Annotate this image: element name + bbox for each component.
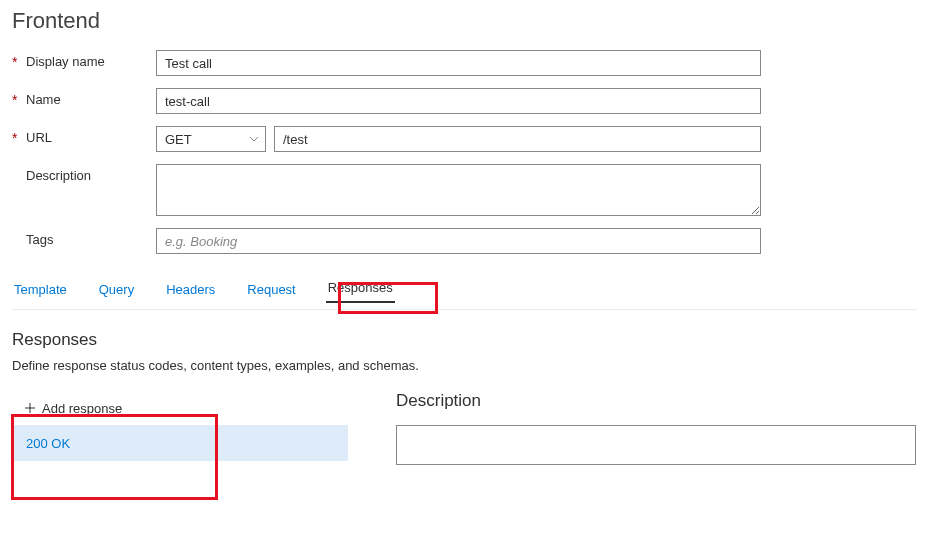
http-method-select[interactable]: GET [156,126,266,152]
responses-title: Responses [12,330,917,350]
tags-label: Tags [26,228,156,247]
tab-request[interactable]: Request [245,278,297,301]
response-description-input[interactable] [396,425,916,465]
tab-headers[interactable]: Headers [164,278,217,301]
responses-list: Add response 200 OK [12,391,348,465]
page-title: Frontend [12,8,917,34]
spacer [12,164,26,166]
plus-icon [24,402,36,414]
responses-description: Define response status codes, content ty… [12,358,917,373]
response-item[interactable]: 200 OK [12,425,348,461]
tab-responses[interactable]: Responses [326,276,395,303]
display-name-label: Display name [26,50,156,69]
tab-query[interactable]: Query [97,278,136,301]
add-response-label: Add response [42,401,122,416]
name-input[interactable] [156,88,761,114]
description-textarea[interactable] [156,164,761,216]
required-marker: * [12,50,26,72]
name-label: Name [26,88,156,107]
tab-bar: Template Query Headers Request Responses [12,276,917,310]
spacer [12,228,26,230]
required-marker: * [12,126,26,148]
description-label: Description [26,164,156,183]
required-marker: * [12,88,26,110]
display-name-input[interactable] [156,50,761,76]
url-path-input[interactable] [274,126,761,152]
tags-input[interactable] [156,228,761,254]
add-response-button[interactable]: Add response [12,391,348,425]
chevron-down-icon [249,134,259,144]
tab-template[interactable]: Template [12,278,69,301]
response-description-label: Description [396,391,917,411]
http-method-value: GET [165,132,192,147]
url-label: URL [26,126,156,145]
